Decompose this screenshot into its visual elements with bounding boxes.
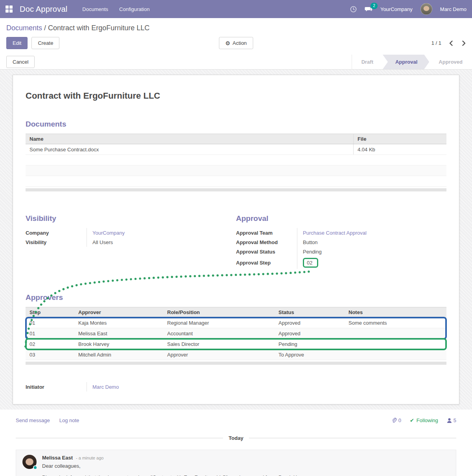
breadcrumb-current: Contract with ErgoFurniture LLC — [48, 24, 149, 32]
documents-table: Name File Some Purchase Contract.docx 4.… — [26, 134, 446, 191]
statusbar: Cancel Draft Approval Approved — [0, 55, 472, 70]
status-step-approval[interactable]: Approval — [383, 55, 429, 69]
company-label: Company — [26, 230, 87, 236]
approvers-table-header: Step Approver Role/Position Status Notes — [26, 307, 446, 318]
empty-row — [26, 176, 446, 187]
status-step-draft[interactable]: Draft — [352, 55, 383, 69]
documents-section-heading: Documents — [26, 120, 446, 129]
message-author-avatar[interactable] — [22, 455, 37, 469]
document-row[interactable]: Some Purchase Contract.docx 4.04 Kb — [26, 144, 446, 155]
online-status-dot — [33, 465, 37, 470]
status-steps: Draft Approval Approved — [352, 55, 472, 69]
pager-previous-icon[interactable] — [449, 40, 453, 46]
column-header-role[interactable]: Role/Position — [163, 309, 275, 315]
user-avatar[interactable] — [420, 3, 432, 15]
approver-row[interactable]: 02 Brook Harvey Sales Director Pending — [26, 339, 446, 349]
following-toggle[interactable]: ✔ Following — [410, 417, 438, 423]
empty-row — [26, 155, 446, 165]
column-header-approver[interactable]: Approver — [74, 309, 163, 315]
column-header-step[interactable]: Step — [26, 309, 74, 315]
approval-team-value-link[interactable]: Purchase Contract Approval — [303, 230, 367, 236]
check-icon: ✔ — [410, 417, 414, 423]
approval-group: Approval Approval Team Purchase Contract… — [236, 214, 446, 269]
visibility-value: All Users — [87, 237, 236, 247]
nav-item-documents[interactable]: Documents — [82, 6, 108, 12]
action-button[interactable]: ⚙ Action — [219, 37, 253, 49]
message-body-text: Please be informed that the document pac… — [42, 474, 450, 476]
initiator-value-link[interactable]: Marc Demo — [92, 384, 119, 390]
breadcrumb: Documents / Contract with ErgoFurniture … — [0, 18, 472, 34]
top-navbar: Doc Approval Documents Configuration 2 Y… — [0, 0, 472, 18]
send-message-button[interactable]: Send message — [16, 417, 50, 423]
approval-step-label: Approval Step — [236, 260, 297, 266]
approvers-table: Step Approver Role/Position Status Notes… — [26, 307, 446, 365]
column-header-name[interactable]: Name — [26, 136, 353, 142]
approval-step-value-highlighted: 02 — [303, 258, 318, 268]
message-melissa-east: Melissa East - a minute ago Dear colleag… — [16, 450, 456, 476]
chatter: Send message Log note 0 ✔ Following 5 To… — [0, 410, 472, 476]
followers-counter[interactable]: 5 — [447, 417, 456, 423]
message-timestamp: - a minute ago — [76, 456, 103, 460]
edit-button[interactable]: Edit — [6, 37, 28, 49]
approver-row[interactable]: 01 Melissa East Accountant Approved — [26, 328, 446, 339]
record-title: Contract with ErgoFurniture LLC — [26, 91, 446, 101]
form-background: Contract with ErgoFurniture LLC Document… — [0, 70, 472, 410]
message-greeting: Dear colleagues, — [42, 463, 450, 469]
pager-next-icon[interactable] — [462, 40, 466, 46]
company-value-link[interactable]: YourCompany — [92, 230, 125, 236]
nav-item-configuration[interactable]: Configuration — [119, 6, 149, 12]
control-panel-buttons: Edit Create ⚙ Action 1 / 1 — [0, 34, 472, 55]
form-sheet: Contract with ErgoFurniture LLC Document… — [13, 75, 459, 404]
status-step-approved[interactable]: Approved — [429, 55, 472, 69]
column-header-notes[interactable]: Notes — [345, 309, 446, 315]
pager-count: 1 / 1 — [431, 40, 441, 46]
column-header-file[interactable]: File — [353, 134, 446, 144]
approval-method-value: Button — [297, 237, 446, 247]
visibility-label: Visibility — [26, 239, 87, 245]
messages-badge: 2 — [371, 3, 378, 9]
approval-method-label: Approval Method — [236, 239, 297, 245]
breadcrumb-separator: / — [44, 24, 46, 32]
create-button[interactable]: Create — [31, 37, 59, 49]
visibility-section-heading: Visibility — [26, 214, 236, 223]
app-title[interactable]: Doc Approval — [20, 5, 67, 14]
approver-row[interactable]: 03 Mitchell Admin Approver To Approve — [26, 349, 446, 360]
visibility-group: Visibility Company YourCompany Visibilit… — [26, 214, 236, 269]
nav-menu: Documents Configuration — [82, 6, 149, 12]
approved-rows-group: 01 Kaja Montes Regional Manager Approved… — [26, 318, 446, 339]
attachments-counter[interactable]: 0 — [391, 417, 401, 423]
approval-status-value: Pending — [297, 247, 446, 256]
approval-section-heading: Approval — [236, 214, 446, 223]
company-switcher[interactable]: YourCompany — [380, 6, 413, 12]
person-icon — [447, 418, 452, 423]
cancel-button[interactable]: Cancel — [6, 56, 35, 68]
messages-icon[interactable]: 2 — [365, 6, 372, 13]
activities-clock-icon[interactable] — [350, 6, 357, 13]
approval-status-label: Approval Status — [236, 249, 297, 255]
pending-row-group: 02 Brook Harvey Sales Director Pending — [26, 339, 446, 349]
approvers-section-heading: Approvers — [26, 293, 446, 302]
table-footer-strip — [26, 362, 446, 365]
initiator-label: Initiator — [26, 384, 87, 390]
documents-table-header: Name File — [26, 134, 446, 144]
empty-row — [26, 165, 446, 176]
table-footer-strip — [26, 188, 446, 191]
message-author-name[interactable]: Melissa East — [42, 455, 73, 461]
log-note-button[interactable]: Log note — [59, 417, 79, 423]
column-header-status[interactable]: Status — [275, 309, 345, 315]
gear-icon: ⚙ — [225, 40, 230, 46]
user-menu[interactable]: Marc Demo — [440, 6, 466, 12]
apps-menu-icon[interactable] — [6, 6, 13, 13]
approval-team-label: Approval Team — [236, 230, 297, 236]
breadcrumb-parent[interactable]: Documents — [6, 24, 42, 32]
paperclip-icon — [391, 417, 397, 423]
today-divider: Today — [16, 435, 456, 441]
approver-row[interactable]: 01 Kaja Montes Regional Manager Approved… — [26, 318, 446, 328]
